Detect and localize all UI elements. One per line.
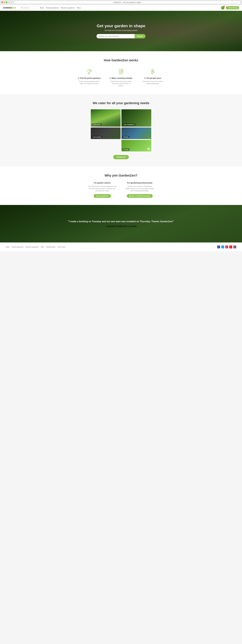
footer-about[interactable]: About [6, 246, 9, 248]
step-2-desc: Schedule the visit and pay online. No ne… [109, 80, 133, 87]
why-join-title: Why join GardenZen? [6, 174, 236, 178]
service-landscaping[interactable]: Landscaping [91, 109, 121, 127]
footer-browse-gardeners[interactable]: Browse gardeners [12, 246, 23, 248]
testimonial-author: - Satisfied GardenZen member [68, 225, 174, 228]
landscaping-label: Landscaping [92, 124, 102, 126]
join-columns: For garden owners Find and book the best… [6, 182, 236, 198]
traffic-lights [1, 2, 7, 3]
join-col-owners: For garden owners Find and book the best… [88, 182, 117, 198]
fencing-label: Fencing [122, 148, 129, 150]
hero-content: Get your garden in shape Get help from t… [96, 24, 146, 38]
owners-desc: Find and book the best local gardeners. … [88, 185, 117, 192]
browser-nav: ‹ › [8, 1, 12, 4]
pros-desc: Promote your services to thousands of ga… [125, 185, 154, 192]
step-2: 2. Make a booking instantly Schedule the… [109, 68, 133, 87]
step-1-desc: Easily compare professionals by skills, … [78, 80, 101, 85]
browse-all-button[interactable]: Browse all [113, 155, 129, 159]
search-button[interactable]: Search [135, 34, 146, 38]
forward-icon[interactable]: › [11, 1, 13, 4]
browser-url[interactable]: GardenZen – Get your garden in shape [14, 1, 241, 4]
how-works-title: How GardenZen works [6, 58, 236, 62]
youtube-icon[interactable]: ▶ [229, 246, 232, 248]
minimize-button[interactable] [3, 2, 5, 3]
browse-gardeners-button[interactable]: Browse gardeners [94, 194, 111, 198]
notification-badge: 2 [224, 6, 225, 7]
logo-garden: GARDEN [3, 6, 12, 9]
hero-headline: Get your garden in shape [96, 24, 146, 28]
nav-about[interactable]: About [40, 7, 44, 9]
step-2-title: 2. Make a booking instantly [109, 77, 133, 79]
needs-title: We cater for all your gardening needs [6, 101, 236, 105]
testimonial-section: "I made a booking on Tuesday and my new … [0, 205, 242, 242]
instagram-icon[interactable]: in [225, 246, 228, 248]
nav-search[interactable]: 🔍 Search... [20, 6, 37, 9]
step-1: 1. Find the perfect gardener Easily comp… [78, 68, 101, 87]
plowing-label: Plowing [122, 136, 129, 138]
service-fencing[interactable]: Fencing + [121, 140, 151, 152]
step-3-title: 3. The job gets done [141, 77, 164, 79]
search-input[interactable] [96, 34, 135, 38]
step-3-desc: Kick back and enjoy the results. Quality… [141, 80, 164, 85]
nav-menu[interactable]: Menu [77, 7, 81, 9]
footer-gardening-tips[interactable]: Gardening tips [46, 246, 55, 248]
testimonial-content: "I made a booking on Tuesday and my new … [59, 220, 183, 228]
service-lawn-install[interactable]: Lawn installations [121, 109, 151, 127]
join-col-pros: For gardening professionals Promote your… [125, 182, 154, 198]
step-1-title: 1. Find the perfect gardener [78, 77, 101, 79]
hero-subheadline: Get help from the best landscaping exper… [96, 30, 146, 32]
maximize-button[interactable] [6, 2, 7, 3]
footer-become-gardener[interactable]: Become a gardener [26, 246, 38, 248]
fencing-plus-icon: + [148, 148, 150, 150]
footer: About Browse gardeners Become a gardener… [0, 242, 242, 251]
footer-links: About Browse gardeners Become a gardener… [6, 246, 65, 248]
navbar: GARDENZEN 🔍 Search... About Browse garde… [0, 5, 242, 11]
footer-get-in-touch[interactable]: Get in touch [58, 246, 65, 248]
search-icon: 🔍 [21, 7, 23, 9]
nav-search-placeholder: Search... [24, 7, 30, 9]
nav-right: 2 + New listing [221, 6, 239, 10]
testimonial-quote: "I made a booking on Tuesday and my new … [68, 220, 174, 223]
close-button[interactable] [1, 2, 3, 3]
email-icon[interactable]: ✉ [233, 246, 236, 248]
step-2-icon [117, 68, 125, 75]
logo[interactable]: GARDENZEN [3, 6, 16, 9]
facebook-icon[interactable]: f [217, 246, 220, 248]
needs-section: We cater for all your gardening needs La… [0, 94, 242, 166]
hero-section: Get your garden in shape Get help from t… [0, 11, 242, 51]
nav-browse-gardeners[interactable]: Browse gardeners [46, 7, 59, 9]
service-lawn-mowing[interactable]: Lawn mowing [91, 128, 121, 139]
owners-title: For garden owners [88, 182, 117, 184]
nav-become-gardener[interactable]: Become a gardener [61, 7, 75, 9]
footer-faq[interactable]: FAQ [41, 246, 44, 248]
social-icons: f t in ▶ ✉ [217, 246, 236, 248]
how-works-section: How GardenZen works 1. Find the perfect … [0, 51, 242, 94]
logo-zen: ZEN [12, 6, 16, 9]
step-1-icon [86, 68, 93, 75]
browser-chrome: ‹ › GardenZen – Get your garden in shape [0, 0, 242, 5]
search-bar: Search [96, 34, 146, 38]
why-join-section: Why join GardenZen? For garden owners Fi… [0, 166, 242, 205]
steps-container: 1. Find the perfect gardener Easily comp… [6, 68, 236, 87]
pros-title: For gardening professionals [125, 182, 154, 184]
lawn-mowing-label: Lawn mowing [92, 136, 102, 138]
avatar[interactable]: 2 [221, 6, 225, 10]
lawn-install-label: Lawn installations [122, 124, 136, 126]
twitter-icon[interactable]: t [221, 246, 224, 248]
step-3: 3. The job gets done Kick back and enjoy… [141, 68, 164, 87]
step-3-icon [149, 68, 156, 75]
become-gardener-button[interactable]: Become a GardenZen gardener [127, 194, 153, 198]
nav-links: About Browse gardeners Become a gardener… [40, 7, 81, 9]
back-icon[interactable]: ‹ [8, 1, 10, 4]
new-listing-button[interactable]: + New listing [226, 6, 239, 10]
service-plowing[interactable]: Plowing [121, 128, 151, 139]
services-grid: Landscaping Lawn installations Lawn mowi… [91, 109, 151, 152]
